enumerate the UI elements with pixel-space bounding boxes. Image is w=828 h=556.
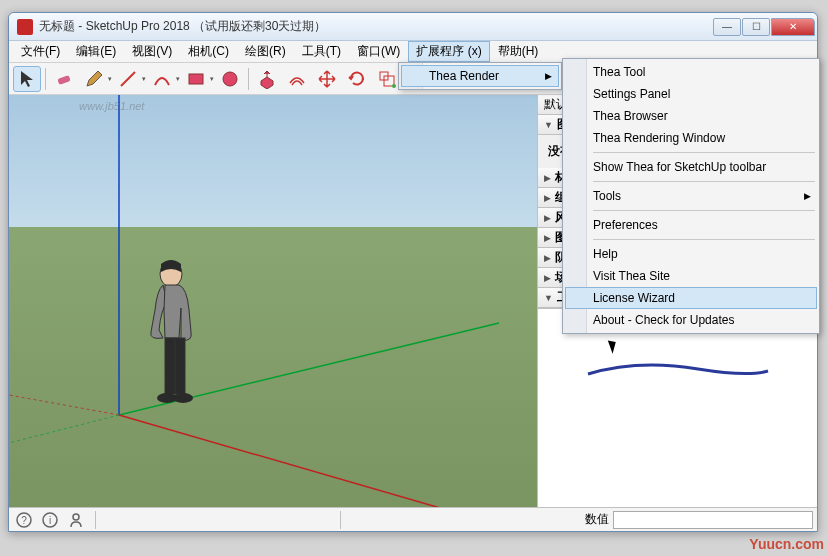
menu-6[interactable]: 窗口(W)	[349, 41, 408, 62]
menu-8[interactable]: 帮助(H)	[490, 41, 547, 62]
move-tool[interactable]	[313, 66, 341, 92]
chevron-down-icon: ▼	[544, 120, 553, 130]
separator	[340, 511, 341, 529]
menu-item-label: Thea Rendering Window	[593, 131, 725, 145]
dropdown-arrow-icon[interactable]: ▾	[176, 75, 180, 83]
svg-rect-5	[384, 76, 394, 86]
svg-line-17	[119, 415, 499, 507]
submenu-item-preferences[interactable]: Preferences	[565, 214, 817, 236]
eraser-tool[interactable]	[50, 66, 78, 92]
dropdown-arrow-icon[interactable]: ▾	[210, 75, 214, 83]
menu-item-label: About - Check for Updates	[593, 313, 734, 327]
chevron-icon: ▶	[544, 273, 551, 283]
instructor-area	[538, 308, 817, 507]
extensions-menu: Thea Render ▶	[398, 62, 562, 90]
submenu-item-visit-thea-site[interactable]: Visit Thea Site	[565, 265, 817, 287]
select-tool[interactable]	[13, 66, 41, 92]
human-figure	[139, 260, 209, 420]
window-controls: — ☐ ✕	[712, 18, 815, 36]
submenu-item-thea-tool[interactable]: Thea Tool	[565, 61, 817, 83]
line-tool[interactable]	[114, 66, 142, 92]
titlebar: 无标题 - SketchUp Pro 2018 （试用版还剩30天过期） — ☐…	[9, 13, 817, 41]
chevron-icon: ▶	[544, 193, 551, 203]
value-input[interactable]	[613, 511, 813, 529]
menu-item-label: Visit Thea Site	[593, 269, 670, 283]
chevron-icon: ▼	[544, 293, 553, 303]
menu-item-label: Preferences	[593, 218, 658, 232]
menu-item-label: Thea Tool	[593, 65, 645, 79]
separator	[593, 181, 815, 182]
viewport-3d[interactable]: www.jb51.net	[9, 95, 537, 507]
pushpull-tool[interactable]	[253, 66, 281, 92]
dropdown-arrow-icon[interactable]: ▾	[142, 75, 146, 83]
separator	[593, 152, 815, 153]
submenu-item-tools[interactable]: Tools▶	[565, 185, 817, 207]
submenu-arrow-icon: ▶	[804, 191, 811, 201]
info-icon[interactable]: i	[39, 509, 61, 531]
submenu-item-show-thea-for-sketchup-toolbar[interactable]: Show Thea for SketchUp toolbar	[565, 156, 817, 178]
axes-overlay	[9, 95, 537, 507]
submenu-item-settings-panel[interactable]: Settings Panel	[565, 83, 817, 105]
thea-render-submenu: Thea ToolSettings PanelThea BrowserThea …	[562, 58, 820, 334]
svg-rect-2	[189, 74, 203, 84]
rotate-tool[interactable]	[343, 66, 371, 92]
help-icon[interactable]: ?	[13, 509, 35, 531]
chevron-icon: ▶	[544, 173, 551, 183]
menu-4[interactable]: 绘图(R)	[237, 41, 294, 62]
menu-item-label: Tools	[593, 189, 621, 203]
menu-1[interactable]: 编辑(E)	[68, 41, 124, 62]
pencil-tool[interactable]	[80, 66, 108, 92]
svg-rect-0	[57, 75, 70, 85]
dropdown-arrow-icon[interactable]: ▾	[108, 75, 112, 83]
offset-tool[interactable]	[283, 66, 311, 92]
submenu-item-thea-rendering-window[interactable]: Thea Rendering Window	[565, 127, 817, 149]
submenu-arrow-icon: ▶	[545, 71, 552, 81]
separator	[593, 210, 815, 211]
separator	[95, 511, 96, 529]
statusbar: ? i 数值	[9, 507, 817, 531]
svg-text:i: i	[49, 515, 51, 526]
submenu-item-about-check-for-updates[interactable]: About - Check for Updates	[565, 309, 817, 331]
svg-point-24	[173, 393, 193, 403]
menu-7[interactable]: 扩展程序 (x)	[408, 41, 489, 62]
svg-point-6	[392, 84, 396, 88]
chevron-icon: ▶	[544, 233, 551, 243]
menu-item-label: Thea Render	[429, 69, 499, 83]
svg-line-1	[121, 72, 135, 86]
rectangle-tool[interactable]	[182, 66, 210, 92]
menu-3[interactable]: 相机(C)	[180, 41, 237, 62]
instructor-shape	[578, 349, 778, 389]
circle-tool[interactable]	[216, 66, 244, 92]
submenu-item-license-wizard[interactable]: License Wizard	[565, 287, 817, 309]
chevron-icon: ▶	[544, 213, 551, 223]
chevron-icon: ▶	[544, 253, 551, 263]
menu-item-label: License Wizard	[593, 291, 675, 305]
menu-2[interactable]: 视图(V)	[124, 41, 180, 62]
menu-item-label: Show Thea for SketchUp toolbar	[593, 160, 766, 174]
scale-tool[interactable]	[373, 66, 401, 92]
menu-item-label: Settings Panel	[593, 87, 670, 101]
submenu-item-help[interactable]: Help	[565, 243, 817, 265]
menu-0[interactable]: 文件(F)	[13, 41, 68, 62]
arc-tool[interactable]	[148, 66, 176, 92]
submenu-item-thea-browser[interactable]: Thea Browser	[565, 105, 817, 127]
menu-item-label: Thea Browser	[593, 109, 668, 123]
close-button[interactable]: ✕	[771, 18, 815, 36]
menu-item-thea-render[interactable]: Thea Render ▶	[401, 65, 559, 87]
menu-item-label: Help	[593, 247, 618, 261]
svg-line-19	[9, 415, 119, 443]
menu-5[interactable]: 工具(T)	[294, 41, 349, 62]
user-icon[interactable]	[65, 509, 87, 531]
value-label: 数值	[585, 511, 609, 528]
svg-point-29	[73, 514, 79, 520]
maximize-button[interactable]: ☐	[742, 18, 770, 36]
watermark-yuucn: Yuucn.com	[749, 536, 824, 552]
svg-point-3	[223, 72, 237, 86]
app-icon	[17, 19, 33, 35]
svg-text:?: ?	[21, 515, 27, 526]
svg-line-18	[9, 395, 119, 415]
separator	[593, 239, 815, 240]
svg-rect-21	[165, 338, 175, 394]
window-title: 无标题 - SketchUp Pro 2018 （试用版还剩30天过期）	[39, 18, 712, 35]
minimize-button[interactable]: —	[713, 18, 741, 36]
